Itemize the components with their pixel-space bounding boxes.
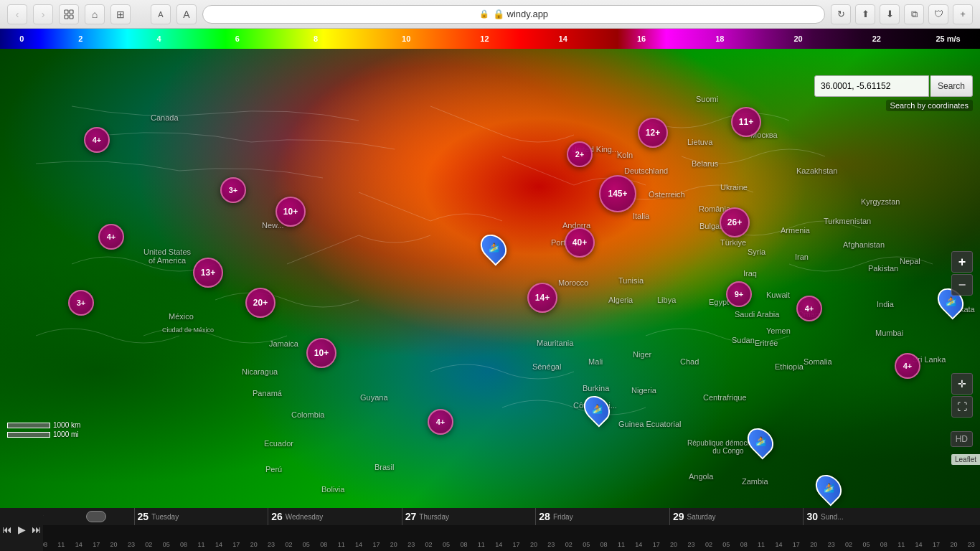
cluster-c12[interactable]: 26+ [720, 207, 750, 237]
cluster-c6[interactable]: 3+ [68, 290, 94, 316]
address-bar[interactable]: 🔒 🔒 windy.app [202, 5, 825, 24]
shield-button[interactable]: 🛡 [928, 4, 948, 24]
cluster-c14[interactable]: 14+ [527, 283, 557, 313]
hour-1-6[interactable]: 20 [250, 541, 258, 548]
cluster-c11[interactable]: 145+ [599, 175, 636, 212]
back-button[interactable]: ‹ [7, 4, 27, 24]
cluster-c7[interactable]: 20+ [245, 288, 275, 318]
hour-6-5[interactable]: 17 [933, 541, 940, 548]
cluster-c9[interactable]: 12+ [638, 118, 668, 148]
add-button[interactable]: + [953, 4, 973, 24]
cluster-c16[interactable]: 4+ [796, 296, 822, 321]
zoom-in-button[interactable]: + [951, 251, 973, 273]
hd-button[interactable]: HD [951, 431, 973, 447]
hour-4-0[interactable]: 02 [565, 541, 573, 548]
hour-4-7[interactable]: 23 [687, 541, 694, 548]
pin-p2[interactable]: 🏄 [585, 395, 608, 423]
cluster-c8[interactable]: 2+ [567, 141, 593, 167]
hour-1-0[interactable]: 02 [145, 541, 152, 548]
timeline-day-4[interactable]: 28Friday [535, 508, 669, 525]
hour-5-1[interactable]: 05 [722, 541, 730, 548]
cluster-c15[interactable]: 9+ [726, 281, 752, 307]
timeline-day-1[interactable]: 25Tuesday [134, 508, 268, 525]
timeline-day-5[interactable]: 29Saturday [669, 508, 804, 525]
share-button[interactable]: ⬆ [855, 4, 875, 24]
hour-0-4[interactable]: 14 [75, 541, 83, 548]
window-button[interactable]: ⧉ [904, 4, 924, 24]
hour-1-2[interactable]: 08 [180, 541, 187, 548]
hour-0-5[interactable]: 17 [93, 541, 100, 548]
hour-4-5[interactable]: 17 [653, 541, 660, 548]
hour-6-2[interactable]: 08 [880, 541, 887, 548]
cluster-c17[interactable]: 10+ [306, 338, 336, 368]
timeline-playhead[interactable] [86, 511, 106, 522]
hour-5-6[interactable]: 20 [810, 541, 817, 548]
hour-1-5[interactable]: 17 [232, 541, 240, 548]
hour-6-1[interactable]: 05 [862, 541, 870, 548]
coordinate-input[interactable] [814, 75, 929, 97]
hour-3-5[interactable]: 17 [513, 541, 520, 548]
hour-2-2[interactable]: 08 [320, 541, 327, 548]
hour-0-7[interactable]: 23 [128, 541, 135, 548]
hour-3-0[interactable]: 02 [425, 541, 433, 548]
map-container[interactable]: 0 2 4 6 8 10 12 14 16 18 20 22 25 m/s [0, 29, 980, 508]
cluster-c5[interactable]: 13+ [193, 258, 223, 288]
hour-4-6[interactable]: 20 [670, 541, 677, 548]
hour-5-2[interactable]: 08 [740, 541, 748, 548]
hour-5-5[interactable]: 17 [793, 541, 800, 548]
hour-0-3[interactable]: 11 [57, 541, 65, 548]
hour-5-0[interactable]: 02 [705, 541, 712, 548]
hour-2-3[interactable]: 11 [338, 541, 345, 548]
search-button[interactable]: Search [930, 75, 973, 97]
hour-1-7[interactable]: 23 [268, 541, 275, 548]
font-decrease[interactable]: A [151, 4, 171, 24]
hour-4-3[interactable]: 11 [618, 541, 625, 548]
cluster-c2[interactable]: 3+ [220, 177, 246, 203]
tab-grid-button[interactable]: ⊞ [110, 4, 131, 24]
cluster-c10[interactable]: 11+ [731, 107, 761, 137]
timeline-day-3[interactable]: 27Thursday [402, 508, 536, 525]
hour-4-2[interactable]: 08 [600, 541, 608, 548]
hour-2-1[interactable]: 05 [303, 541, 310, 548]
hour-6-3[interactable]: 11 [897, 541, 905, 548]
hour-1-3[interactable]: 11 [198, 541, 205, 548]
hour-6-7[interactable]: 23 [968, 541, 975, 548]
hour-0-6[interactable]: 20 [110, 541, 118, 548]
hour-2-4[interactable]: 14 [355, 541, 362, 548]
cluster-c13[interactable]: 40+ [565, 227, 595, 258]
hour-3-6[interactable]: 20 [530, 541, 537, 548]
cluster-c1[interactable]: 4+ [84, 127, 110, 153]
forward-button[interactable]: ⏭ [30, 522, 43, 537]
hour-3-4[interactable]: 14 [495, 541, 502, 548]
hour-6-4[interactable]: 14 [915, 541, 923, 548]
hour-5-4[interactable]: 14 [775, 541, 782, 548]
hour-3-1[interactable]: 05 [443, 541, 450, 548]
hour-4-1[interactable]: 05 [583, 541, 590, 548]
hour-1-4[interactable]: 14 [215, 541, 222, 548]
hour-5-3[interactable]: 11 [758, 541, 765, 548]
timeline-hours[interactable]: 0205081114172023020508111417202302050811… [0, 525, 980, 551]
cluster-c19[interactable]: 4+ [895, 353, 920, 379]
timeline-day-2[interactable]: 26Wednesday [268, 508, 402, 525]
play-button[interactable]: ▶ [17, 522, 27, 537]
cluster-c18[interactable]: 4+ [428, 409, 453, 435]
pin-p3[interactable]: 🏄 [749, 427, 772, 456]
hour-5-7[interactable]: 23 [828, 541, 835, 548]
hour-6-6[interactable]: 20 [950, 541, 957, 548]
rewind-button[interactable]: ⏮ [1, 522, 14, 537]
timeline-dates[interactable]: 24Monday25Tuesday26Wednesday27Thursday28… [0, 508, 980, 525]
tab-overview-button[interactable] [59, 4, 79, 24]
hour-4-4[interactable]: 14 [635, 541, 642, 548]
hour-1-1[interactable]: 05 [163, 541, 170, 548]
hour-6-0[interactable]: 02 [845, 541, 852, 548]
hour-2-7[interactable]: 23 [407, 541, 415, 548]
reload-button[interactable]: ↻ [831, 4, 851, 24]
zoom-out-button[interactable]: − [951, 274, 973, 296]
cluster-c3[interactable]: 4+ [98, 224, 124, 250]
hour-2-5[interactable]: 17 [372, 541, 380, 548]
font-increase[interactable]: A [176, 4, 197, 24]
home-button[interactable]: ⌂ [85, 4, 105, 24]
hour-3-3[interactable]: 11 [478, 541, 485, 548]
hour-2-0[interactable]: 02 [285, 541, 292, 548]
hour-3-7[interactable]: 23 [547, 541, 555, 548]
